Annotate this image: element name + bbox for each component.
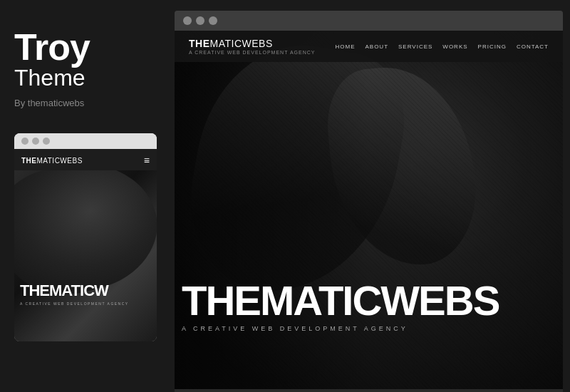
desktop-logo: THEMATICWEBS A CREATIVE WEB DEVELOPMENT … [189, 38, 315, 55]
mobile-hero-title: THEMATICW [20, 283, 151, 299]
desktop-hero-area: THEMATICWEBS A CREATIVE WEB DEVELOPMENT … [182, 282, 556, 332]
theme-name-line2: Theme [14, 66, 90, 91]
mobile-hero-subtitle: A CREATIVE WEB DEVELOPMENT AGENCY [20, 301, 151, 306]
desktop-content: THEMATICWEBS A CREATIVE WEB DEVELOPMENT … [175, 31, 563, 389]
mobile-hero-area: THEMATICW A CREATIVE WEB DEVELOPMENT AGE… [20, 283, 151, 306]
desktop-preview-card: THEMATICWEBS A CREATIVE WEB DEVELOPMENT … [175, 11, 563, 392]
theme-name-line1: Troy [14, 29, 90, 66]
desktop-hero-subtitle: A CREATIVE WEB DEVELOPMENT AGENCY [182, 325, 556, 332]
mobile-bike-background: THEMATICW A CREATIVE WEB DEVELOPMENT AGE… [14, 170, 157, 341]
desktop-logo-normal: MATICWEBS [210, 38, 273, 49]
desktop-nav: HOME ABOUT SERVICES WORKS PRICING CONTAC… [335, 43, 549, 50]
mobile-logo-normal: MATICWEBS [37, 157, 83, 165]
mobile-dot-1 [21, 138, 28, 145]
mobile-logo-bold: THE [21, 157, 37, 165]
theme-author: By thematicwebs [14, 98, 84, 108]
desktop-browser-bar [175, 11, 563, 31]
mobile-header: THEMATICWEBS ≡ [14, 149, 157, 172]
mobile-browser-bar [14, 133, 157, 149]
nav-contact[interactable]: CONTACT [517, 43, 549, 50]
desktop-logo-bold: THE [189, 38, 210, 49]
desktop-dot-3 [209, 16, 217, 25]
mobile-dot-3 [43, 138, 50, 145]
nav-services[interactable]: SERVICES [398, 43, 432, 50]
mobile-preview-card: THEMATICWEBS ≡ THEMATICW A CREATIVE WEB … [14, 133, 157, 341]
mobile-logo: THEMATICWEBS [21, 157, 83, 165]
nav-works[interactable]: WORKS [442, 43, 467, 50]
desktop-overlay [175, 31, 563, 389]
nav-about[interactable]: ABOUT [365, 43, 388, 50]
mobile-dot-2 [32, 138, 39, 145]
nav-home[interactable]: HOME [335, 43, 355, 50]
desktop-hero-title: THEMATICWEBS [182, 282, 556, 319]
desktop-dot-1 [183, 16, 192, 25]
desktop-agency-tag: A CREATIVE WEB DEVELOPMENT AGENCY [189, 50, 315, 55]
mobile-content: THEMATICWEBS ≡ THEMATICW A CREATIVE WEB … [14, 149, 157, 341]
desktop-header: THEMATICWEBS A CREATIVE WEB DEVELOPMENT … [175, 31, 563, 62]
nav-pricing[interactable]: PRICING [478, 43, 507, 50]
desktop-dot-2 [196, 16, 204, 25]
mobile-hamburger-icon[interactable]: ≡ [144, 155, 150, 166]
sidebar: Troy Theme By thematicwebs THEMATICWEBS … [0, 0, 175, 392]
theme-title-block: Troy Theme [14, 29, 90, 98]
